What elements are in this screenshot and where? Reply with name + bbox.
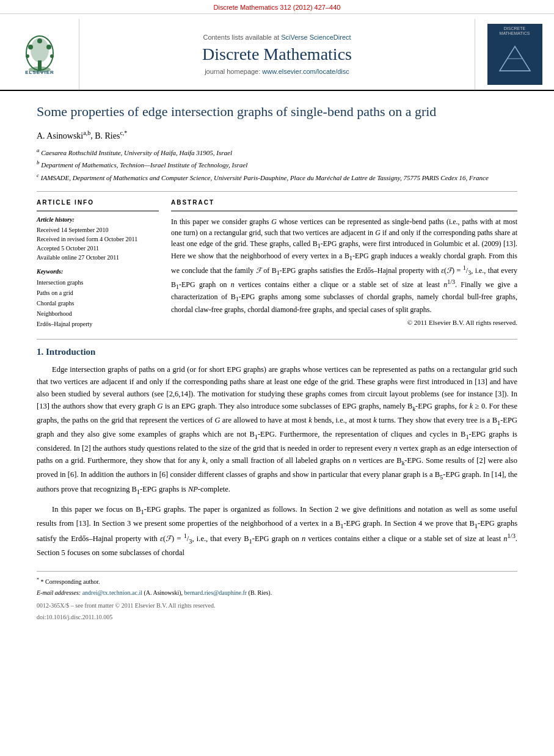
history-received: Received 14 September 2010 xyxy=(37,225,159,234)
journal-title: Discrete Mathematics xyxy=(202,45,352,64)
email-label: E-mail addresses: xyxy=(37,589,81,596)
svg-point-10 xyxy=(38,62,42,66)
elsevier-logo-area: ELSEVIER xyxy=(0,19,79,90)
sciverse-line: Contents lists available at SciVerse Sci… xyxy=(203,34,351,41)
authors-line: A. Asinowskia,b, B. Riesc,* xyxy=(37,129,517,141)
history-revised: Received in revised form 4 October 2011 xyxy=(37,234,159,244)
intro-paragraph-2: In this paper we focus on B1-EPG graphs.… xyxy=(37,503,517,559)
author-2-name: , B. Ries xyxy=(90,131,120,140)
article-content: Some properties of edge intersection gra… xyxy=(0,91,554,633)
section-divider-2 xyxy=(37,339,517,340)
journal-cover-area: DISCRETEMATHEMATICS xyxy=(475,19,554,90)
author-2-sup: c,* xyxy=(120,129,127,136)
keyword-1: Intersection graphs xyxy=(37,277,159,288)
keyword-5: Erdős–Hajnal property xyxy=(37,319,159,329)
elsevier-logo: ELSEVIER xyxy=(9,35,70,75)
affiliation-c: c IAMSADE, Department of Mathematics and… xyxy=(37,172,517,183)
article-history-label: Article history: xyxy=(37,216,159,223)
abstract-column: ABSTRACT In this paper we consider graph… xyxy=(171,199,517,329)
corresponding-author-note: * * Corresponding author. xyxy=(37,576,517,586)
affiliation-a: a Caesarea Rothschild Institute, Univers… xyxy=(37,147,517,158)
author-1-name: A. Asinowski xyxy=(37,131,83,140)
elsevier-logo-icon: ELSEVIER xyxy=(9,35,70,75)
article-footer: * * Corresponding author. E-mail address… xyxy=(37,571,517,620)
journal-homepage-line: journal homepage: www.elsevier.com/locat… xyxy=(205,68,349,75)
keyword-3: Chordal graphs xyxy=(37,298,159,308)
doi-line: doi:10.1016/j.disc.2011.10.005 xyxy=(37,614,517,620)
history-accepted: Accepted 5 October 2011 xyxy=(37,244,159,253)
article-title: Some properties of edge intersection gra… xyxy=(37,103,517,121)
affiliation-c-text: IAMSADE, Department of Mathematics and C… xyxy=(41,173,489,181)
svg-point-6 xyxy=(46,45,51,49)
journal-header-center: Contents lists available at SciVerse Sci… xyxy=(79,19,475,90)
affiliation-b: b Department of Mathematics, Technion—Is… xyxy=(37,159,517,170)
article-title-text: Some properties of edge intersection gra… xyxy=(37,104,436,119)
journal-citation-bar: Discrete Mathematics 312 (2012) 427–440 xyxy=(0,0,554,14)
email2-name: (B. Ries). xyxy=(249,589,272,596)
keyword-4: Neighborhood xyxy=(37,308,159,319)
affiliation-b-text: Department of Mathematics, Technion—Isra… xyxy=(41,161,247,169)
cover-graphic-icon xyxy=(497,43,533,77)
corresponding-author-label: * Corresponding author. xyxy=(41,579,100,586)
abstract-text: In this paper we consider graphs G whose… xyxy=(171,216,517,315)
email1-link[interactable]: andrei@tx.technion.ac.il xyxy=(82,589,142,596)
svg-point-9 xyxy=(37,38,42,43)
author-1-sup: a,b xyxy=(83,129,90,136)
intro-paragraph-1: Edge intersection graphs of paths on a g… xyxy=(37,363,517,497)
email2-link[interactable]: bernard.ries@dauphine.fr xyxy=(184,589,247,596)
affiliation-c-sup: c xyxy=(37,172,39,178)
copyright-line: © 2011 Elsevier B.V. All rights reserved… xyxy=(171,319,517,326)
affiliation-a-text: Caesarea Rothschild Institute, Universit… xyxy=(41,149,232,156)
section-number: 1. xyxy=(37,347,46,357)
affiliation-a-sup: a xyxy=(37,147,40,153)
introduction-section: 1. Introduction Edge intersection graphs… xyxy=(37,347,517,559)
header-divider xyxy=(37,191,517,192)
star-sup: * xyxy=(37,577,39,583)
homepage-prefix: journal homepage: xyxy=(205,68,262,75)
issn-line: 0012-365X/$ – see front matter © 2011 El… xyxy=(37,602,517,609)
cover-title: DISCRETEMATHEMATICS xyxy=(487,26,542,37)
keywords-label: Keywords: xyxy=(37,268,159,275)
article-info-column: ARTICLE INFO Article history: Received 1… xyxy=(37,199,159,329)
journal-cover-thumbnail: DISCRETEMATHEMATICS xyxy=(487,24,542,85)
abstract-heading: ABSTRACT xyxy=(171,199,517,206)
svg-point-8 xyxy=(50,54,54,58)
sciverse-link[interactable]: SciVerse ScienceDirect xyxy=(281,34,351,41)
article-info-block: Article history: Received 14 September 2… xyxy=(37,211,159,329)
affiliation-b-sup: b xyxy=(37,159,40,165)
email1-name: (A. Asinowski), xyxy=(144,589,183,596)
affiliations-block: a Caesarea Rothschild Institute, Univers… xyxy=(37,147,517,182)
cover-graphic xyxy=(497,43,533,78)
svg-text:ELSEVIER: ELSEVIER xyxy=(25,70,54,75)
journal-citation-text: Discrete Mathematics 312 (2012) 427–440 xyxy=(214,4,341,11)
sciverse-prefix: Contents lists available at xyxy=(203,34,281,41)
section-title: 1. Introduction xyxy=(37,347,517,357)
article-info-heading: ARTICLE INFO xyxy=(37,199,159,206)
email-line: E-mail addresses: andrei@tx.technion.ac.… xyxy=(37,589,517,597)
history-online: Available online 27 October 2011 xyxy=(37,253,159,262)
journal-header: ELSEVIER Contents lists available at Sci… xyxy=(0,14,554,91)
keyword-2: Paths on a grid xyxy=(37,288,159,298)
abstract-block: In this paper we consider graphs G whose… xyxy=(171,211,517,326)
section-heading-text: Introduction xyxy=(46,347,95,357)
svg-point-5 xyxy=(28,45,33,49)
homepage-link[interactable]: www.elsevier.com/locate/disc xyxy=(262,68,349,75)
article-info-abstract-row: ARTICLE INFO Article history: Received 1… xyxy=(37,199,517,329)
svg-point-7 xyxy=(26,54,29,58)
